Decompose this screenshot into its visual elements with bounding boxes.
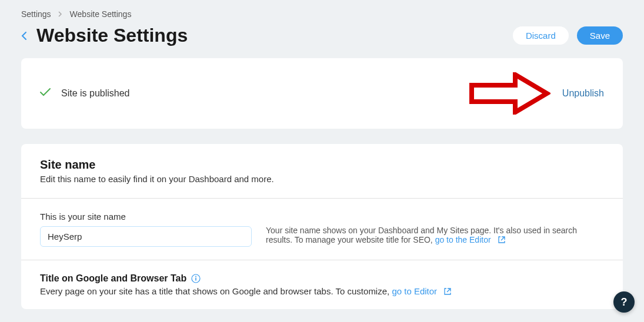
info-icon[interactable] bbox=[191, 274, 201, 283]
discard-button[interactable]: Discard bbox=[513, 26, 569, 45]
breadcrumb-root[interactable]: Settings bbox=[21, 9, 51, 19]
help-fab-button[interactable]: ? bbox=[613, 291, 635, 313]
site-name-help-text: Your site name shows on your Dashboard a… bbox=[266, 212, 604, 247]
go-to-editor-link[interactable]: go to the Editor bbox=[435, 235, 505, 244]
svg-rect-2 bbox=[195, 278, 196, 281]
site-name-section-subtitle: Edit this name to easily find it on your… bbox=[40, 174, 604, 184]
unpublish-link[interactable]: Unpublish bbox=[562, 88, 604, 99]
red-arrow-callout-icon bbox=[468, 72, 550, 115]
title-seo-desc: Every page on your site has a title that… bbox=[40, 286, 604, 296]
chevron-right-icon bbox=[58, 11, 63, 17]
site-name-section-title: Site name bbox=[40, 158, 604, 172]
save-button[interactable]: Save bbox=[577, 26, 623, 45]
go-to-editor-link-2[interactable]: go to Editor bbox=[392, 286, 451, 296]
external-link-icon bbox=[444, 288, 451, 295]
checkmark-icon bbox=[40, 88, 51, 99]
external-link-icon bbox=[498, 236, 505, 243]
site-name-input[interactable] bbox=[40, 226, 252, 247]
breadcrumb-current: Website Settings bbox=[70, 9, 132, 19]
publish-status-card: Site is published Unpublish bbox=[21, 58, 623, 129]
breadcrumb: Settings Website Settings bbox=[21, 9, 623, 19]
page-title: Website Settings bbox=[36, 25, 188, 46]
publish-status-text: Site is published bbox=[61, 88, 130, 99]
site-name-field-label: This is your site name bbox=[40, 212, 252, 222]
back-arrow-icon[interactable] bbox=[21, 32, 28, 40]
site-name-card: Site name Edit this name to easily find … bbox=[21, 144, 623, 309]
title-seo-heading: Title on Google and Browser Tab bbox=[40, 273, 186, 284]
svg-point-1 bbox=[195, 276, 196, 277]
